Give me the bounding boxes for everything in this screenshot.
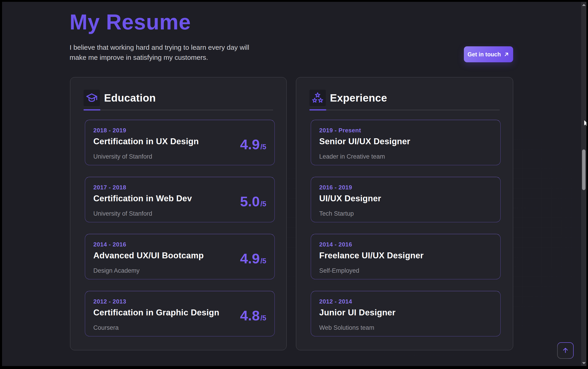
get-in-touch-label: Get in touch bbox=[467, 51, 501, 58]
rating-scale: /5 bbox=[260, 200, 266, 208]
experience-entry: 2019 - Present Senior UI/UX Designer Lea… bbox=[311, 120, 501, 165]
education-divider-accent bbox=[83, 109, 100, 111]
scrollbar-thumb[interactable] bbox=[582, 149, 586, 190]
entry-organization: University of Stanford bbox=[93, 210, 266, 217]
entry-title: Junior UI Designer bbox=[319, 308, 492, 318]
education-divider bbox=[83, 110, 273, 110]
entry-organization: Design Academy bbox=[93, 267, 266, 274]
education-entry: 2012 - 2013 Certification in Graphic Des… bbox=[85, 291, 275, 336]
experience-title: Experience bbox=[330, 92, 387, 104]
resume-page: My Resume I believe that working hard an… bbox=[2, 2, 586, 366]
experience-divider-accent bbox=[309, 109, 326, 111]
entry-period: 2014 - 2016 bbox=[93, 241, 266, 248]
experience-entry: 2014 - 2016 Freelance UI/UX Designer Sel… bbox=[311, 234, 501, 279]
entry-rating: 5.0 /5 bbox=[240, 195, 266, 209]
triangle-down-icon bbox=[582, 362, 586, 364]
three-stars-icon bbox=[309, 90, 326, 106]
entry-rating: 4.9 /5 bbox=[240, 137, 266, 152]
rating-score: 4.9 bbox=[240, 251, 260, 266]
education-entry: 2014 - 2016 Advanced UX/UI Bootcamp Desi… bbox=[85, 234, 275, 279]
education-entries: 2018 - 2019 Certification in UX Design U… bbox=[85, 120, 275, 348]
entry-rating: 4.8 /5 bbox=[240, 308, 266, 323]
experience-header: Experience bbox=[309, 90, 387, 106]
entry-organization: Self-Employed bbox=[319, 267, 492, 274]
entry-organization: Coursera bbox=[93, 324, 266, 331]
entry-period: 2019 - Present bbox=[319, 127, 492, 134]
entry-title: UI/UX Designer bbox=[319, 194, 492, 204]
entry-organization: Web Solutions team bbox=[319, 324, 492, 331]
entry-period: 2014 - 2016 bbox=[319, 241, 492, 248]
rating-score: 4.8 bbox=[240, 308, 260, 323]
entry-organization: Leader in Creative team bbox=[319, 153, 492, 160]
graduation-cap-icon bbox=[83, 90, 100, 106]
experience-divider bbox=[309, 110, 500, 110]
entry-period: 2017 - 2018 bbox=[93, 184, 266, 191]
page-subtitle: I believe that working hard and trying t… bbox=[70, 42, 257, 62]
experience-card: Experience 2019 - Present Senior UI/UX D… bbox=[296, 77, 513, 350]
rating-scale: /5 bbox=[260, 314, 266, 322]
scrollbar-down-button[interactable] bbox=[581, 360, 586, 366]
entry-rating: 4.9 /5 bbox=[240, 251, 266, 266]
arrow-up-icon bbox=[562, 346, 569, 355]
rating-score: 4.9 bbox=[240, 137, 260, 152]
experience-entries: 2019 - Present Senior UI/UX Designer Lea… bbox=[311, 120, 501, 348]
entry-organization: Tech Startup bbox=[319, 210, 492, 217]
entry-period: 2016 - 2019 bbox=[319, 184, 492, 191]
education-card: Education 2018 - 2019 Certification in U… bbox=[70, 77, 287, 350]
entry-period: 2012 - 2013 bbox=[93, 298, 266, 305]
experience-entry: 2016 - 2019 UI/UX Designer Tech Startup bbox=[311, 177, 501, 222]
entry-title: Freelance UI/UX Designer bbox=[319, 251, 492, 261]
education-entry: 2017 - 2018 Certification in Web Dev Uni… bbox=[85, 177, 275, 222]
get-in-touch-button[interactable]: Get in touch bbox=[464, 46, 513, 62]
education-header: Education bbox=[83, 90, 156, 106]
rating-scale: /5 bbox=[260, 143, 266, 151]
triangle-up-icon bbox=[582, 4, 586, 6]
page-title: My Resume bbox=[70, 8, 191, 36]
rating-scale: /5 bbox=[260, 257, 266, 265]
vertical-scrollbar[interactable] bbox=[581, 2, 586, 366]
rating-score: 5.0 bbox=[240, 195, 260, 209]
back-to-top-button[interactable] bbox=[557, 342, 574, 359]
entry-period: 2012 - 2014 bbox=[319, 298, 492, 305]
experience-entry: 2012 - 2014 Junior UI Designer Web Solut… bbox=[311, 291, 501, 336]
scrollbar-up-button[interactable] bbox=[581, 2, 586, 8]
education-entry: 2018 - 2019 Certification in UX Design U… bbox=[85, 120, 275, 165]
entry-organization: University of Stanford bbox=[93, 153, 266, 160]
entry-period: 2018 - 2019 bbox=[93, 127, 266, 134]
subtitle-line-2: make me improve in satisfying my custome… bbox=[70, 54, 208, 61]
subtitle-line-1: I believe that working hard and trying t… bbox=[70, 44, 249, 51]
entry-title: Senior UI/UX Designer bbox=[319, 136, 492, 146]
arrow-up-right-icon bbox=[504, 51, 509, 57]
education-title: Education bbox=[104, 92, 156, 104]
